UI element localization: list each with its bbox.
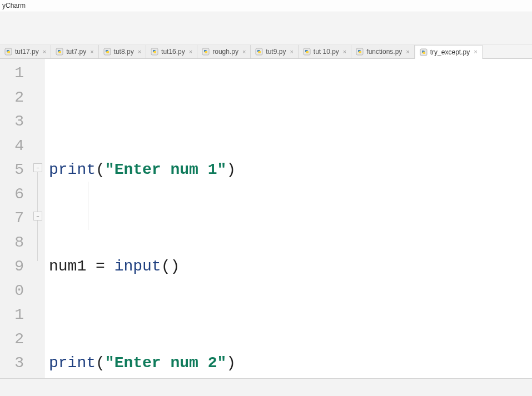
close-icon[interactable]: × [189, 49, 192, 55]
line-number: 1 [0, 61, 44, 86]
tab-rough[interactable]: rough.py × [197, 45, 251, 58]
close-icon[interactable]: × [343, 49, 346, 55]
tab-tut16[interactable]: tut16.py × [146, 45, 197, 58]
line-number: 2 [0, 86, 44, 110]
line-number: 3 [0, 109, 44, 134]
python-file-icon [255, 48, 263, 56]
toolbar-area [0, 12, 532, 44]
code-area[interactable]: print("Enter num 1") num1 = input() prin… [44, 59, 532, 378]
line-number: 3 [0, 351, 44, 375]
tab-tut9[interactable]: tut9.py × [251, 45, 298, 58]
close-icon[interactable]: × [406, 49, 409, 55]
python-file-icon [356, 48, 364, 56]
tab-functions[interactable]: functions.py × [351, 45, 414, 58]
tab-tut7[interactable]: tut7.py × [51, 45, 98, 58]
code-line[interactable]: print("Enter num 2") [49, 351, 532, 375]
tab-tut17[interactable]: tut17.py × [0, 45, 51, 58]
tab-tut8[interactable]: tut8.py × [99, 45, 146, 58]
tab-label: tut16.py [161, 48, 185, 56]
close-icon[interactable]: × [138, 49, 141, 55]
line-number: 2 [0, 327, 44, 352]
window-title: yCharm [2, 2, 26, 9]
line-number: 1 [0, 303, 44, 327]
code-editor[interactable]: 1 2 3 4 5 6 7 8 9 0 1 2 3 – – print("Ent… [0, 59, 532, 378]
python-file-icon [420, 48, 427, 56]
fold-toggle-icon[interactable]: – [33, 212, 42, 220]
tab-label: tut8.py [114, 48, 134, 56]
fold-toggle-icon[interactable]: – [33, 163, 42, 172]
line-number: 4 [0, 134, 44, 158]
line-number-gutter: 1 2 3 4 5 6 7 8 9 0 1 2 3 – – [0, 59, 44, 378]
window-titlebar: yCharm [0, 0, 532, 12]
close-icon[interactable]: × [90, 49, 93, 55]
line-number: 0 [0, 279, 44, 303]
python-file-icon [202, 48, 210, 56]
editor-tab-row: tut17.py × tut7.py × tut8.py × tut16.py … [0, 44, 532, 59]
tab-label: try_except.py [430, 48, 470, 56]
tab-label: tut17.py [15, 48, 39, 56]
indent-guide [88, 182, 88, 230]
tab-tut10[interactable]: tut 10.py × [299, 45, 351, 58]
python-file-icon [56, 48, 63, 56]
close-icon[interactable]: × [242, 49, 246, 55]
code-line[interactable]: print("Enter num 1") [49, 158, 532, 182]
close-icon[interactable]: × [43, 49, 46, 55]
python-file-icon [4, 48, 12, 56]
close-icon[interactable]: × [290, 49, 293, 55]
tab-label: tut 10.py [314, 48, 339, 56]
code-line[interactable]: num1 = input() [49, 254, 532, 279]
tab-label: tut7.py [66, 48, 86, 56]
tab-label: functions.py [366, 48, 402, 56]
tab-label: tut9.py [266, 48, 286, 56]
python-file-icon [151, 48, 158, 56]
tab-try-except[interactable]: try_except.py × [415, 45, 483, 59]
close-icon[interactable]: × [474, 49, 477, 55]
python-file-icon [303, 48, 311, 56]
python-file-icon [103, 48, 111, 56]
tab-label: rough.py [212, 48, 238, 56]
